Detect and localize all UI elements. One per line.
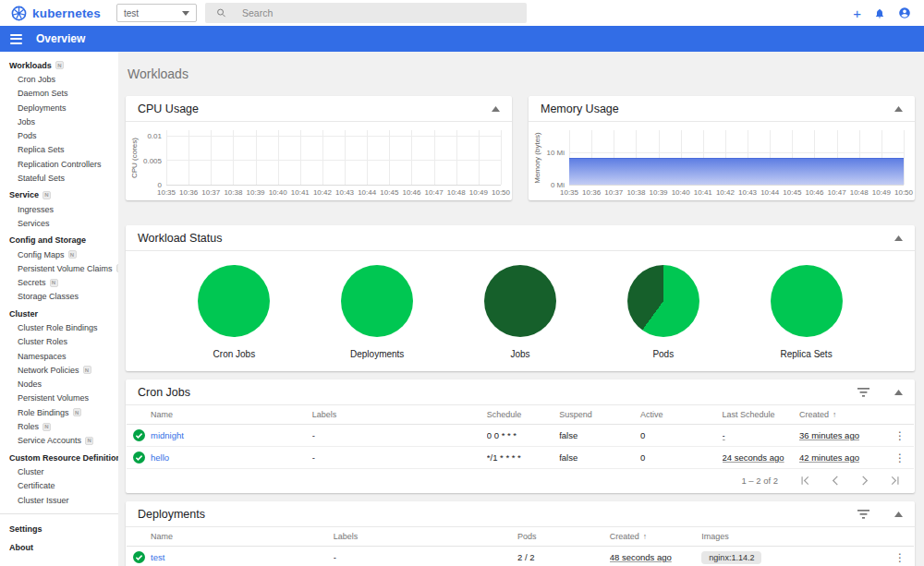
x-tick-label: 10:39: [247, 188, 265, 197]
notifications-bell-icon[interactable]: [874, 7, 885, 19]
search-bar[interactable]: [205, 3, 527, 23]
sidebar-item-replication-controllers[interactable]: Replication Controllers: [0, 157, 118, 171]
sidebar-item-services[interactable]: Services: [0, 216, 118, 230]
collapse-card-button[interactable]: [894, 512, 903, 517]
next-page-icon[interactable]: [861, 476, 869, 486]
sidebar-item-label: Services: [18, 219, 50, 228]
pie-chart-deployments[interactable]: [341, 265, 413, 337]
sidebar-item-namespaces[interactable]: Namespaces: [0, 349, 118, 363]
first-page-icon[interactable]: [800, 476, 809, 486]
column-header-labels[interactable]: Labels: [334, 532, 517, 541]
sidebar-item-service[interactable]: ServiceN: [0, 188, 118, 202]
user-account-icon[interactable]: [898, 6, 911, 19]
name-link[interactable]: test: [151, 552, 164, 562]
filter-button[interactable]: [857, 510, 869, 519]
x-tick-label: 10:42: [716, 188, 735, 197]
last-page-icon[interactable]: [891, 476, 900, 486]
x-tick-label: 10:42: [313, 188, 332, 197]
sidebar-item-daemon-sets[interactable]: Daemon Sets: [0, 87, 118, 101]
namespace-selector[interactable]: test: [116, 4, 197, 22]
sidebar-item-pods[interactable]: Pods: [0, 128, 118, 142]
v-gridline: [211, 130, 212, 185]
sidebar-item-settings[interactable]: Settings: [0, 520, 118, 538]
menu-hamburger-icon[interactable]: [10, 34, 22, 44]
column-header-active[interactable]: Active: [640, 410, 723, 419]
sidebar-item-label: Settings: [9, 524, 43, 534]
kubernetes-logo[interactable]: kubernetes: [11, 6, 116, 21]
sidebar-item-role-bindings[interactable]: Role BindingsN: [0, 405, 118, 419]
pie-label: Deployments: [350, 349, 404, 359]
sidebar-item-storage-classes[interactable]: Storage Classes: [0, 290, 118, 304]
sidebar-item-cluster-role-bindings[interactable]: Cluster Role Bindings: [0, 320, 118, 334]
sidebar-item-cluster[interactable]: Cluster: [0, 307, 118, 320]
column-header-name[interactable]: Name: [151, 410, 312, 419]
column-header-name[interactable]: Name: [151, 532, 334, 541]
collapse-card-button[interactable]: [894, 390, 903, 395]
filter-button[interactable]: [857, 388, 869, 397]
sidebar-item-network-policies[interactable]: Network PoliciesN: [0, 363, 118, 377]
sidebar-item-cluster[interactable]: Cluster: [0, 464, 118, 478]
search-input[interactable]: [242, 7, 516, 18]
sidebar-item-label: Service Accounts: [18, 436, 81, 445]
sidebar-item-label: Replica Sets: [18, 145, 65, 154]
column-header-labels[interactable]: Labels: [312, 410, 487, 419]
column-header-pods[interactable]: Pods: [517, 532, 610, 541]
namespaced-badge: N: [85, 437, 93, 445]
workload-status-pies: Cron JobsDeploymentsJobsPodsReplica Sets: [126, 251, 915, 371]
sidebar-item-cluster-roles[interactable]: Cluster Roles: [0, 335, 118, 349]
sidebar-item-service-accounts[interactable]: Service AccountsN: [0, 434, 118, 448]
x-tick-label: 10:41: [694, 188, 712, 197]
sidebar-item-deployments[interactable]: Deployments: [0, 101, 118, 114]
namespaced-badge: N: [50, 279, 58, 287]
pie-chart-replica-sets[interactable]: [771, 265, 843, 337]
row-menu-button[interactable]: ⋮: [886, 429, 914, 442]
sidebar-item-jobs[interactable]: Jobs: [0, 114, 118, 128]
pie-chart-pods[interactable]: [627, 265, 699, 337]
sidebar-item-roles[interactable]: RolesN: [0, 419, 118, 433]
collapse-card-button[interactable]: [894, 235, 903, 241]
memory-y-axis: Memory (bytes) 10 Mi0 Mi: [532, 130, 569, 186]
column-header-created[interactable]: Created↑: [799, 410, 886, 419]
sidebar-item-custom-resource-definitions[interactable]: Custom Resource Definitions: [0, 451, 118, 464]
cell-last_schedule: -: [723, 430, 799, 440]
sidebar-item-stateful-sets[interactable]: Stateful Sets: [0, 171, 118, 185]
column-header-last-schedule[interactable]: Last Schedule: [723, 410, 799, 419]
pie-chart-jobs[interactable]: [484, 265, 556, 337]
sidebar-item-certificate[interactable]: Certificate: [0, 479, 118, 493]
column-header-created[interactable]: Created↑: [610, 532, 702, 541]
x-tick-label: 10:40: [269, 188, 287, 197]
sidebar-item-label: Storage Classes: [18, 292, 79, 301]
column-header-images[interactable]: Images: [701, 532, 886, 541]
memory-y-axis-label: Memory (bytes): [533, 123, 544, 193]
cell-created: 36 minutes ago: [799, 430, 886, 440]
collapse-card-button[interactable]: [492, 106, 500, 112]
sidebar-item-about[interactable]: About: [0, 538, 118, 557]
table-row-midnight: midnight-0 0 * * *false0-36 minutes ago⋮: [127, 425, 914, 447]
sidebar-item-label: Cluster Roles: [18, 337, 67, 346]
pie-chart-cron-jobs[interactable]: [198, 265, 270, 337]
sidebar-item-label: Jobs: [18, 117, 35, 126]
previous-page-icon[interactable]: [832, 476, 839, 486]
sidebar-item-cron-jobs[interactable]: Cron Jobs: [0, 72, 118, 86]
column-header-suspend[interactable]: Suspend: [559, 410, 640, 419]
name-link[interactable]: hello: [151, 452, 169, 463]
column-header-schedule[interactable]: Schedule: [487, 410, 559, 419]
row-menu-button[interactable]: ⋮: [886, 551, 914, 564]
sidebar-item-config-and-storage[interactable]: Config and Storage: [0, 234, 118, 247]
row-menu-button[interactable]: ⋮: [886, 452, 914, 464]
x-tick-label: 10:37: [604, 188, 623, 197]
collapse-card-button[interactable]: [894, 106, 903, 112]
sidebar-item-config-maps[interactable]: Config MapsN: [0, 247, 118, 261]
sidebar-item-label: Ingresses: [18, 205, 54, 214]
sidebar-item-cluster-issuer[interactable]: Cluster Issuer: [0, 493, 118, 507]
create-resource-button[interactable]: +: [853, 6, 861, 20]
sidebar-item-nodes[interactable]: Nodes: [0, 378, 118, 391]
sidebar-item-secrets[interactable]: SecretsN: [0, 275, 118, 289]
sidebar-item-replica-sets[interactable]: Replica Sets: [0, 143, 118, 157]
sidebar-item-persistent-volume-claims[interactable]: Persistent Volume ClaimsN: [0, 261, 118, 275]
sidebar-item-persistent-volumes[interactable]: Persistent Volumes: [0, 391, 118, 405]
x-tick-label: 10:35: [157, 188, 176, 197]
sidebar-item-workloads[interactable]: WorkloadsN: [0, 58, 118, 72]
sidebar-item-ingresses[interactable]: Ingresses: [0, 202, 118, 216]
name-link[interactable]: midnight: [151, 430, 184, 440]
